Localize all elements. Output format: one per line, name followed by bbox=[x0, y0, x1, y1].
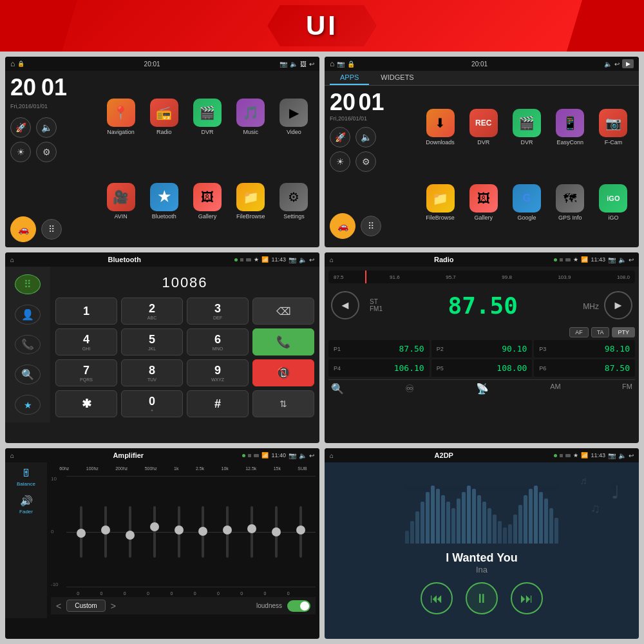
fader-item[interactable]: 🔊 Fader bbox=[10, 495, 42, 515]
music-playpause-btn[interactable]: ⏸ bbox=[466, 582, 498, 614]
eq-slider-7[interactable] bbox=[251, 476, 253, 587]
app-gallery-2[interactable]: 🖼 Gallery bbox=[463, 166, 504, 239]
store-btn[interactable]: ▶ bbox=[622, 59, 634, 68]
preset-p5[interactable]: P5 108.00 bbox=[431, 359, 533, 377]
settings-small-btn-2[interactable]: ⚙ bbox=[355, 151, 376, 172]
back-icon-5: ↩ bbox=[309, 452, 314, 459]
eq-slider-0[interactable] bbox=[80, 476, 82, 587]
ta-btn[interactable]: TA bbox=[591, 327, 610, 337]
preset-next-btn[interactable]: > bbox=[111, 601, 116, 611]
dial-backspace[interactable]: ⌫ bbox=[252, 298, 314, 325]
dial-9[interactable]: 9WXYZ bbox=[187, 359, 249, 386]
settings-small-btn[interactable]: ⚙ bbox=[36, 142, 57, 162]
radio-am-btn[interactable]: AM bbox=[550, 383, 561, 395]
dial-7[interactable]: 7PQRS bbox=[55, 359, 117, 386]
eq-slider-8[interactable] bbox=[275, 476, 278, 587]
music-prev-btn[interactable]: ⏮ bbox=[421, 582, 453, 614]
eq-slider-5[interactable] bbox=[202, 476, 204, 587]
car-btn-2[interactable]: 🚗 bbox=[330, 213, 355, 239]
dial-call-btn[interactable]: 📞 bbox=[252, 328, 314, 355]
google-icon: G bbox=[513, 184, 541, 213]
balance-item[interactable]: 🎚 Balance bbox=[10, 468, 42, 487]
bt-icon-6: ★ bbox=[573, 452, 578, 459]
af-btn[interactable]: AF bbox=[569, 327, 589, 337]
app-easyconn[interactable]: 📱 EasyConn bbox=[550, 91, 591, 164]
app-bluetooth[interactable]: ★ Bluetooth bbox=[144, 160, 184, 242]
dial-6[interactable]: 6MNO bbox=[187, 328, 249, 355]
app-settings[interactable]: ⚙ Settings bbox=[274, 160, 314, 242]
vol-btn-2[interactable]: 🔈 bbox=[355, 127, 376, 147]
preset-p2[interactable]: P2 90.10 bbox=[431, 340, 533, 357]
radio-prev-btn[interactable]: ◄ bbox=[331, 291, 359, 319]
grid-btn[interactable]: ⠿ bbox=[41, 219, 62, 240]
home-icon-5[interactable]: ⌂ bbox=[10, 452, 14, 459]
bt-settings-btn[interactable]: ★ bbox=[15, 395, 41, 415]
eq-slider-3[interactable] bbox=[153, 476, 156, 587]
music-next-btn[interactable]: ⏭ bbox=[511, 582, 543, 614]
app-dvr[interactable]: 🎬 DVR bbox=[187, 76, 227, 158]
home-icon-1[interactable]: ⌂ bbox=[10, 59, 15, 68]
radio-ant-btn[interactable]: 📡 bbox=[476, 383, 489, 395]
car-btn[interactable]: 🚗 bbox=[10, 216, 36, 242]
dial-hangup-btn[interactable]: 📵 bbox=[252, 359, 314, 386]
app-gpsinfo[interactable]: 🗺 GPS Info bbox=[550, 166, 591, 239]
app-avin[interactable]: 🎥 AVIN bbox=[100, 160, 141, 242]
bright-btn[interactable]: ☀ bbox=[10, 142, 31, 162]
bright-btn-2[interactable]: ☀ bbox=[330, 151, 350, 172]
contact-btn[interactable]: 👤 bbox=[15, 305, 41, 325]
eq-slider-2[interactable] bbox=[129, 476, 131, 587]
loudness-toggle[interactable] bbox=[287, 600, 310, 612]
dial-5[interactable]: 5JKL bbox=[121, 328, 183, 355]
dial-hash[interactable]: # bbox=[187, 390, 249, 417]
app-gallery[interactable]: 🖼 Gallery bbox=[187, 160, 227, 242]
radio-eq-btn[interactable]: ♾ bbox=[405, 383, 414, 395]
search-bt-btn[interactable]: 🔍 bbox=[15, 365, 41, 384]
app-navigation[interactable]: 📍 Navigation bbox=[100, 76, 141, 158]
tab-apps[interactable]: APPS bbox=[330, 71, 369, 85]
app-filebrowse[interactable]: 📁 FileBrowse bbox=[231, 160, 271, 242]
eq-slider-4[interactable] bbox=[178, 476, 180, 587]
dial-8[interactable]: 8TUV bbox=[121, 359, 183, 386]
app-video[interactable]: ▶ Video bbox=[274, 76, 314, 158]
dial-0[interactable]: 0+ bbox=[121, 390, 183, 417]
home-icon-3[interactable]: ⌂ bbox=[10, 256, 14, 263]
preset-p3[interactable]: P3 98.10 bbox=[534, 340, 635, 357]
app-downloads[interactable]: ⬇ Downloads bbox=[420, 91, 460, 164]
dial-3[interactable]: 3DEF bbox=[187, 298, 249, 325]
radio-search-btn[interactable]: 🔍 bbox=[331, 383, 344, 395]
pty-btn[interactable]: PTY bbox=[612, 327, 635, 337]
calls-btn[interactable]: 📞 bbox=[15, 335, 41, 355]
home-icon-6[interactable]: ⌂ bbox=[330, 452, 334, 459]
preset-custom-btn[interactable]: Custom bbox=[66, 600, 105, 612]
app-music[interactable]: 🎵 Music bbox=[231, 76, 271, 158]
eq-slider-6[interactable] bbox=[226, 476, 229, 587]
dial-4[interactable]: 4GHI bbox=[55, 328, 117, 355]
app-google[interactable]: G Google bbox=[506, 166, 547, 239]
app-igo[interactable]: iGO iGO bbox=[593, 166, 634, 239]
tab-widgets[interactable]: WIDGETS bbox=[370, 71, 424, 85]
app-fcam[interactable]: 📷 F-Cam bbox=[593, 91, 634, 164]
app-dvr-2a[interactable]: REC DVR bbox=[463, 91, 504, 164]
dial-2[interactable]: 2ABC bbox=[121, 298, 183, 325]
dial-star[interactable]: ✱ bbox=[55, 390, 117, 417]
preset-p1[interactable]: P1 87.50 bbox=[328, 340, 430, 357]
dial-swap[interactable]: ⇅ bbox=[252, 390, 314, 417]
dial-1[interactable]: 1 bbox=[55, 298, 117, 325]
rocket-btn[interactable]: 🚀 bbox=[10, 117, 31, 138]
vol-btn[interactable]: 🔈 bbox=[36, 117, 57, 138]
eq-slider-1[interactable] bbox=[104, 476, 107, 587]
eq-slider-9[interactable] bbox=[299, 476, 302, 587]
preset-prev-btn[interactable]: < bbox=[56, 601, 61, 611]
home-icon-2[interactable]: ⌂ bbox=[330, 59, 334, 68]
radio-fm-btn[interactable]: FM bbox=[622, 383, 632, 395]
home-icon-4[interactable]: ⌂ bbox=[330, 256, 334, 263]
preset-p4[interactable]: P4 106.10 bbox=[328, 359, 430, 377]
preset-p6[interactable]: P6 87.50 bbox=[534, 359, 635, 377]
app-radio[interactable]: 📻 Radio bbox=[144, 76, 184, 158]
dialpad-btn[interactable]: ⠿ bbox=[15, 274, 41, 294]
grid-btn-2[interactable]: ⠿ bbox=[361, 216, 381, 236]
app-filebrowse-2[interactable]: 📁 FileBrowse bbox=[420, 166, 460, 239]
rocket-btn-2[interactable]: 🚀 bbox=[330, 127, 350, 147]
app-dvr-2b[interactable]: 🎬 DVR bbox=[506, 91, 547, 164]
radio-next-btn[interactable]: ► bbox=[604, 291, 632, 319]
